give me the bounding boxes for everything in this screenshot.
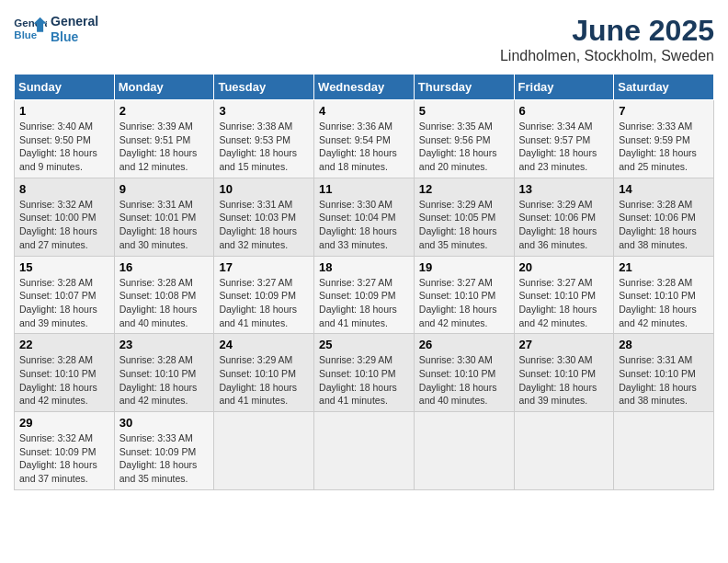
day-cell: 7 Sunrise: 3:33 AM Sunset: 9:59 PM Dayli… (614, 100, 714, 178)
day-number: 18 (319, 260, 409, 274)
day-number: 23 (119, 338, 210, 351)
day-info: Sunrise: 3:35 AM Sunset: 9:56 PM Dayligh… (419, 120, 509, 174)
day-number: 22 (19, 338, 109, 351)
day-number: 29 (19, 416, 109, 430)
day-info: Sunrise: 3:40 AM Sunset: 9:50 PM Dayligh… (19, 120, 109, 174)
day-cell (514, 412, 614, 490)
day-info: Sunrise: 3:31 AM Sunset: 10:10 PM Daylig… (619, 353, 709, 408)
day-number: 15 (19, 260, 109, 274)
day-number: 16 (119, 260, 210, 274)
logo-icon: General Blue (14, 16, 47, 43)
calendar-table: SundayMondayTuesdayWednesdayThursdayFrid… (14, 74, 714, 490)
day-cell: 13 Sunrise: 3:29 AM Sunset: 10:06 PM Day… (514, 178, 614, 256)
day-cell: 9 Sunrise: 3:31 AM Sunset: 10:01 PM Dayl… (114, 178, 214, 256)
day-cell (414, 412, 514, 490)
day-number: 7 (619, 104, 709, 118)
day-cell: 15 Sunrise: 3:28 AM Sunset: 10:07 PM Day… (15, 256, 115, 334)
col-header-friday: Friday (514, 75, 614, 100)
day-number: 12 (419, 182, 509, 196)
day-number: 13 (519, 182, 609, 196)
day-number: 25 (319, 338, 409, 351)
day-cell: 28 Sunrise: 3:31 AM Sunset: 10:10 PM Day… (614, 334, 714, 412)
day-info: Sunrise: 3:31 AM Sunset: 10:01 PM Daylig… (119, 198, 210, 252)
day-info: Sunrise: 3:29 AM Sunset: 10:10 PM Daylig… (219, 353, 309, 408)
day-number: 2 (119, 104, 210, 118)
day-info: Sunrise: 3:32 AM Sunset: 10:09 PM Daylig… (19, 431, 109, 486)
day-info: Sunrise: 3:33 AM Sunset: 9:59 PM Dayligh… (619, 120, 709, 174)
day-cell: 17 Sunrise: 3:27 AM Sunset: 10:09 PM Day… (214, 256, 314, 334)
day-number: 19 (419, 260, 509, 274)
day-info: Sunrise: 3:29 AM Sunset: 10:05 PM Daylig… (419, 198, 509, 252)
day-cell: 16 Sunrise: 3:28 AM Sunset: 10:08 PM Day… (114, 256, 214, 334)
day-info: Sunrise: 3:30 AM Sunset: 10:04 PM Daylig… (319, 198, 409, 252)
day-number: 1 (19, 104, 109, 118)
day-info: Sunrise: 3:33 AM Sunset: 10:09 PM Daylig… (119, 431, 210, 486)
day-info: Sunrise: 3:29 AM Sunset: 10:10 PM Daylig… (319, 353, 409, 408)
col-header-tuesday: Tuesday (214, 75, 314, 100)
day-cell: 30 Sunrise: 3:33 AM Sunset: 10:09 PM Day… (114, 412, 214, 490)
day-info: Sunrise: 3:29 AM Sunset: 10:06 PM Daylig… (519, 198, 609, 252)
day-info: Sunrise: 3:31 AM Sunset: 10:03 PM Daylig… (219, 198, 309, 252)
calendar-header-row: SundayMondayTuesdayWednesdayThursdayFrid… (15, 75, 714, 100)
day-cell: 11 Sunrise: 3:30 AM Sunset: 10:04 PM Day… (314, 178, 415, 256)
day-info: Sunrise: 3:38 AM Sunset: 9:53 PM Dayligh… (219, 120, 309, 174)
day-cell: 1 Sunrise: 3:40 AM Sunset: 9:50 PM Dayli… (15, 100, 115, 178)
day-cell: 3 Sunrise: 3:38 AM Sunset: 9:53 PM Dayli… (214, 100, 314, 178)
day-number: 27 (519, 338, 609, 351)
day-cell: 23 Sunrise: 3:28 AM Sunset: 10:10 PM Day… (114, 334, 214, 412)
col-header-thursday: Thursday (414, 75, 514, 100)
day-number: 20 (519, 260, 609, 274)
day-number: 6 (519, 104, 609, 118)
day-number: 28 (619, 338, 709, 351)
col-header-monday: Monday (114, 75, 214, 100)
day-info: Sunrise: 3:28 AM Sunset: 10:08 PM Daylig… (119, 276, 210, 330)
day-cell: 14 Sunrise: 3:28 AM Sunset: 10:06 PM Day… (614, 178, 714, 256)
week-row-3: 15 Sunrise: 3:28 AM Sunset: 10:07 PM Day… (15, 256, 714, 334)
day-info: Sunrise: 3:28 AM Sunset: 10:06 PM Daylig… (619, 198, 709, 252)
day-number: 26 (419, 338, 509, 351)
day-cell: 2 Sunrise: 3:39 AM Sunset: 9:51 PM Dayli… (114, 100, 214, 178)
day-info: Sunrise: 3:28 AM Sunset: 10:10 PM Daylig… (19, 353, 109, 408)
day-number: 30 (119, 416, 210, 430)
week-row-4: 22 Sunrise: 3:28 AM Sunset: 10:10 PM Day… (15, 334, 714, 412)
day-cell (614, 412, 714, 490)
col-header-sunday: Sunday (15, 75, 115, 100)
day-number: 17 (219, 260, 309, 274)
day-info: Sunrise: 3:27 AM Sunset: 10:10 PM Daylig… (519, 276, 609, 330)
day-cell: 5 Sunrise: 3:35 AM Sunset: 9:56 PM Dayli… (414, 100, 514, 178)
day-info: Sunrise: 3:28 AM Sunset: 10:07 PM Daylig… (19, 276, 109, 330)
day-info: Sunrise: 3:34 AM Sunset: 9:57 PM Dayligh… (519, 120, 609, 174)
day-cell: 10 Sunrise: 3:31 AM Sunset: 10:03 PM Day… (214, 178, 314, 256)
day-info: Sunrise: 3:39 AM Sunset: 9:51 PM Dayligh… (119, 120, 210, 174)
logo: General Blue General Blue (14, 14, 98, 45)
calendar-body: 1 Sunrise: 3:40 AM Sunset: 9:50 PM Dayli… (15, 100, 714, 490)
day-number: 9 (119, 182, 210, 196)
day-cell: 25 Sunrise: 3:29 AM Sunset: 10:10 PM Day… (314, 334, 415, 412)
day-number: 24 (219, 338, 309, 351)
day-number: 5 (419, 104, 509, 118)
day-info: Sunrise: 3:28 AM Sunset: 10:10 PM Daylig… (119, 353, 210, 408)
col-header-wednesday: Wednesday (314, 75, 415, 100)
logo-blue: Blue (51, 29, 98, 45)
header: General Blue General Blue June 2025 Lind… (14, 14, 714, 64)
day-info: Sunrise: 3:30 AM Sunset: 10:10 PM Daylig… (519, 353, 609, 408)
day-info: Sunrise: 3:30 AM Sunset: 10:10 PM Daylig… (419, 353, 509, 408)
week-row-1: 1 Sunrise: 3:40 AM Sunset: 9:50 PM Dayli… (15, 100, 714, 178)
week-row-5: 29 Sunrise: 3:32 AM Sunset: 10:09 PM Day… (15, 412, 714, 490)
day-number: 10 (219, 182, 309, 196)
day-number: 4 (319, 104, 409, 118)
day-cell: 19 Sunrise: 3:27 AM Sunset: 10:10 PM Day… (414, 256, 514, 334)
day-number: 3 (219, 104, 309, 118)
day-cell: 29 Sunrise: 3:32 AM Sunset: 10:09 PM Day… (15, 412, 115, 490)
logo-general: General (51, 14, 98, 29)
day-cell: 26 Sunrise: 3:30 AM Sunset: 10:10 PM Day… (414, 334, 514, 412)
day-info: Sunrise: 3:28 AM Sunset: 10:10 PM Daylig… (619, 276, 709, 330)
day-info: Sunrise: 3:27 AM Sunset: 10:10 PM Daylig… (419, 276, 509, 330)
day-cell: 22 Sunrise: 3:28 AM Sunset: 10:10 PM Day… (15, 334, 115, 412)
day-info: Sunrise: 3:36 AM Sunset: 9:54 PM Dayligh… (319, 120, 409, 174)
day-number: 14 (619, 182, 709, 196)
col-header-saturday: Saturday (614, 75, 714, 100)
day-cell: 24 Sunrise: 3:29 AM Sunset: 10:10 PM Day… (214, 334, 314, 412)
day-cell: 21 Sunrise: 3:28 AM Sunset: 10:10 PM Day… (614, 256, 714, 334)
day-cell: 27 Sunrise: 3:30 AM Sunset: 10:10 PM Day… (514, 334, 614, 412)
